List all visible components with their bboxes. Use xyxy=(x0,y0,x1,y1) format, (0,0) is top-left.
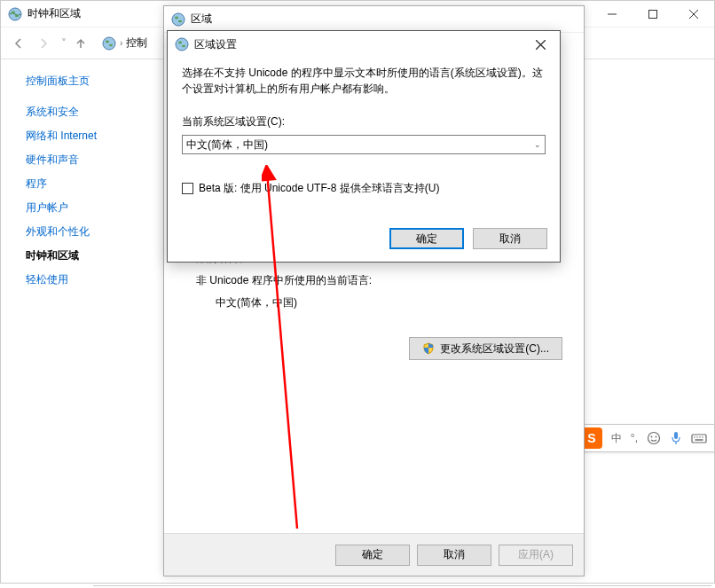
parent-title: 时钟和区域 xyxy=(28,6,81,21)
locale-value: 中文(简体，中国) xyxy=(186,137,268,153)
change-locale-label: 更改系统区域设置(C)... xyxy=(440,341,549,357)
region-apply-button: 应用(A) xyxy=(499,545,573,566)
back-button[interactable] xyxy=(8,33,29,54)
breadcrumb-arrow-icon: › xyxy=(120,38,122,48)
globe-icon xyxy=(102,36,116,51)
svg-point-14 xyxy=(178,42,182,44)
shield-icon xyxy=(422,342,435,355)
sidebar-item-programs[interactable]: 程序 xyxy=(26,177,47,190)
settings-title: 区域设置 xyxy=(194,37,237,52)
settings-close-button[interactable] xyxy=(522,32,558,57)
svg-point-21 xyxy=(656,436,657,438)
locale-label: 当前系统区域设置(C): xyxy=(182,114,546,129)
close-button[interactable] xyxy=(673,1,714,27)
svg-point-2 xyxy=(15,14,19,16)
ime-mode[interactable]: 中 xyxy=(611,431,622,446)
svg-point-10 xyxy=(172,13,185,26)
svg-point-1 xyxy=(12,11,15,13)
non-unicode-label: 非 Unicode 程序中所使用的当前语言: xyxy=(196,273,552,288)
sidebar-item-ease[interactable]: 轻松使用 xyxy=(26,273,68,286)
up-button[interactable] xyxy=(70,33,91,54)
change-locale-button[interactable]: 更改系统区域设置(C)... xyxy=(409,337,562,360)
ime-toolbar[interactable]: S 中 °, xyxy=(573,424,715,452)
ime-punct[interactable]: °, xyxy=(631,432,638,444)
svg-rect-24 xyxy=(692,435,706,443)
svg-point-13 xyxy=(176,38,188,51)
beta-label: Beta 版: 使用 Unicode UTF-8 提供全球语言支持(U) xyxy=(199,181,439,196)
region-titlebar: 区域 xyxy=(164,6,584,33)
sidebar-item-hardware[interactable]: 硬件和声音 xyxy=(26,153,79,166)
minimize-button[interactable] xyxy=(592,1,632,27)
beta-row: Beta 版: 使用 Unicode UTF-8 提供全球语言支持(U) xyxy=(182,181,546,196)
sidebar-item-users[interactable]: 用户帐户 xyxy=(26,201,68,214)
settings-titlebar: 区域设置 xyxy=(168,31,560,58)
settings-buttons: 确定 取消 xyxy=(389,228,547,249)
globe-icon xyxy=(8,7,22,21)
beta-checkbox[interactable] xyxy=(182,183,193,194)
sidebar-item-network[interactable]: 网络和 Internet xyxy=(26,129,97,142)
svg-point-12 xyxy=(178,20,182,21)
region-cancel-button[interactable]: 取消 xyxy=(417,545,491,566)
maximize-button[interactable] xyxy=(632,1,673,27)
svg-rect-4 xyxy=(649,10,657,18)
globe-icon xyxy=(175,37,189,51)
ime-keyboard-icon[interactable] xyxy=(691,432,707,444)
region-footer: 确定 取消 应用(A) xyxy=(164,533,584,576)
ime-mic-icon[interactable] xyxy=(670,431,682,445)
current-language-value: 中文(简体，中国) xyxy=(216,295,552,310)
locale-select[interactable]: 中文(简体，中国) ⌄ xyxy=(182,135,546,154)
globe-icon xyxy=(171,12,185,27)
nav-chevron-icon: ˅ xyxy=(61,37,67,50)
sidebar-item-system[interactable]: 系统和安全 xyxy=(26,106,79,118)
svg-rect-22 xyxy=(674,432,678,439)
settings-body: 选择在不支持 Unicode 的程序中显示文本时所使用的语言(系统区域设置)。这… xyxy=(168,58,560,203)
settings-ok-button[interactable]: 确定 xyxy=(389,228,464,249)
sidebar-home[interactable]: 控制面板主页 xyxy=(26,74,156,89)
svg-point-19 xyxy=(648,433,660,444)
sidebar-list: 系统和安全 网络和 Internet 硬件和声音 程序 用户帐户 外观和个性化 … xyxy=(26,105,156,287)
svg-point-7 xyxy=(103,37,115,50)
breadcrumb[interactable]: › 控制 xyxy=(102,35,147,51)
region-ok-button[interactable]: 确定 xyxy=(335,545,410,566)
window-controls xyxy=(592,1,714,27)
svg-point-8 xyxy=(106,40,109,43)
bottom-divider xyxy=(93,585,711,586)
forward-button[interactable] xyxy=(33,33,54,54)
region-settings-dialog: 区域设置 选择在不支持 Unicode 的程序中显示文本时所使用的语言(系统区域… xyxy=(167,30,561,263)
region-title: 区域 xyxy=(191,12,212,27)
svg-point-11 xyxy=(175,16,178,19)
svg-point-15 xyxy=(182,45,185,47)
sidebar-item-clock-region[interactable]: 时钟和区域 xyxy=(26,249,79,262)
settings-cancel-button[interactable]: 取消 xyxy=(473,228,547,249)
svg-point-9 xyxy=(109,43,113,45)
sidebar: 控制面板主页 系统和安全 网络和 Internet 硬件和声音 程序 用户帐户 … xyxy=(1,59,156,583)
ime-face-icon[interactable] xyxy=(647,431,661,445)
breadcrumb-item[interactable]: 控制 xyxy=(126,35,147,51)
settings-description: 选择在不支持 Unicode 的程序中显示文本时所使用的语言(系统区域设置)。这… xyxy=(182,65,546,97)
chevron-down-icon: ⌄ xyxy=(534,140,541,149)
svg-point-20 xyxy=(651,436,653,438)
sidebar-item-appearance[interactable]: 外观和个性化 xyxy=(26,225,90,238)
